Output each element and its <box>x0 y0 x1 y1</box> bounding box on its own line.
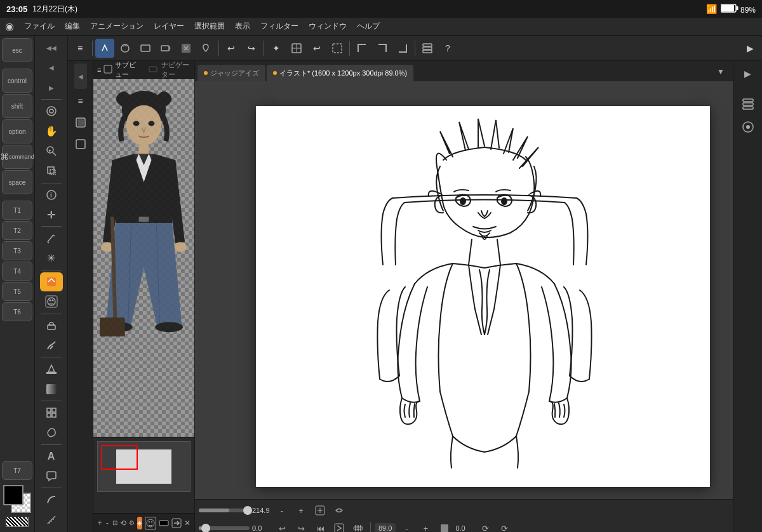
move-tool[interactable]: ✛ <box>40 205 63 224</box>
toolbar-corner-br[interactable] <box>393 39 412 58</box>
collapse-arrow-btn[interactable]: ◀ <box>40 58 63 77</box>
slider-1-track[interactable] <box>199 509 250 512</box>
menu-view[interactable]: 表示 <box>235 21 250 32</box>
sub-icon-menu[interactable]: ≡ <box>71 91 90 110</box>
face-brush-tool[interactable] <box>40 292 63 311</box>
menu-help[interactable]: ヘルプ <box>357 21 380 32</box>
key-t3[interactable]: T3 <box>2 241 32 260</box>
key-option[interactable]: option <box>2 119 32 143</box>
sub-zoom-in[interactable]: + <box>97 517 102 529</box>
key-control[interactable]: control <box>2 69 32 93</box>
nav-viewport-box[interactable] <box>101 445 138 470</box>
menu-file[interactable]: ファイル <box>24 21 55 32</box>
bottom-plus-1[interactable]: + <box>293 502 309 519</box>
menu-filter[interactable]: フィルター <box>260 21 298 32</box>
key-t5[interactable]: T5 <box>2 282 32 301</box>
toolbar-color-pick-btn[interactable] <box>197 39 216 58</box>
key-shift[interactable]: shift <box>2 94 32 118</box>
zoom-out-btn[interactable]: - <box>398 520 415 532</box>
right-expand-btn[interactable]: ▶ <box>738 63 758 84</box>
key-t4[interactable]: T4 <box>2 262 32 281</box>
toolbar-circle-btn[interactable] <box>116 39 135 58</box>
menu-edit[interactable]: 編集 <box>65 21 80 32</box>
rotate-canvas-btn[interactable]: ⟳ <box>477 520 493 532</box>
toolbar-menu-btn[interactable]: ≡ <box>70 39 90 58</box>
zoom-fit-btn[interactable] <box>436 520 453 532</box>
sub-remove-btn[interactable]: ✕ <box>184 517 190 529</box>
color-fg-swatch[interactable] <box>3 485 23 505</box>
info-tool[interactable]: i <box>40 185 63 204</box>
bottom-icon-1[interactable] <box>312 502 328 519</box>
key-t2[interactable]: T2 <box>2 221 32 240</box>
key-esc[interactable]: esc <box>2 38 32 62</box>
sub-icon-collapse[interactable] <box>71 135 90 154</box>
subview-menu-icon[interactable]: ≡ <box>97 66 101 74</box>
zoom-in-btn[interactable]: + <box>417 520 434 532</box>
tab-menu-btn[interactable]: ▼ <box>711 62 730 81</box>
sub-face-btn[interactable] <box>145 517 156 529</box>
ruler-tool[interactable] <box>40 510 63 529</box>
hand-tool[interactable]: ✋ <box>40 121 63 140</box>
bottom-icon-2[interactable] <box>331 502 347 519</box>
collapse-panels-btn[interactable]: ◀ <box>74 63 87 89</box>
drawing-canvas[interactable] <box>256 106 710 487</box>
speech-tool[interactable] <box>40 467 63 486</box>
tab-illust[interactable]: イラスト* (1600 x 1200px 300dpi 89.0%) <box>267 65 413 81</box>
sub-zoom-out[interactable]: - <box>105 517 110 529</box>
menu-animation[interactable]: アニメーション <box>90 21 144 32</box>
menu-select[interactable]: 選択範囲 <box>194 21 225 32</box>
text-tool[interactable]: A <box>40 446 63 465</box>
key-t7[interactable]: T7 <box>2 461 32 480</box>
menu-layer[interactable]: レイヤー <box>154 21 184 32</box>
brush-tool[interactable] <box>40 272 63 291</box>
menu-window[interactable]: ウィンドウ <box>309 21 347 32</box>
toolbar-undo-btn[interactable]: ↩ <box>222 39 241 58</box>
slider-1-thumb[interactable] <box>243 506 252 515</box>
key-command[interactable]: ⌘command <box>2 145 32 169</box>
key-space[interactable]: space <box>2 170 32 194</box>
toolbar-help-btn[interactable]: ? <box>438 39 457 58</box>
bottom-settings-icon[interactable] <box>350 520 366 532</box>
cursor-tool[interactable] <box>40 102 63 121</box>
sub-arrow-btn[interactable] <box>171 517 182 529</box>
grid-tool[interactable] <box>40 403 63 422</box>
sub-fit-btn[interactable]: ⊡ <box>112 517 117 529</box>
slider-2-thumb[interactable] <box>201 524 210 532</box>
pen-tool[interactable] <box>40 229 63 248</box>
toolbar-sparkle-btn[interactable]: ✦ <box>267 39 286 58</box>
slider-2-track[interactable] <box>199 526 250 530</box>
bottom-first-frame[interactable]: ⏮ <box>312 520 328 532</box>
toolbar-layers-btn[interactable] <box>418 39 437 58</box>
toolbar-transform-btn[interactable]: ↩ <box>307 39 326 58</box>
pattern-swatch[interactable] <box>6 517 29 527</box>
toolbar-fill-btn[interactable] <box>177 39 196 58</box>
transform-tool[interactable] <box>40 161 63 180</box>
bottom-minus-1[interactable]: - <box>274 502 290 519</box>
gradient-tool[interactable] <box>40 380 63 399</box>
toolbar-grid-view-btn[interactable] <box>287 39 306 58</box>
curve-tool[interactable] <box>40 490 63 509</box>
smudge-tool[interactable] <box>40 336 63 355</box>
toolbar-brush-btn[interactable] <box>95 39 114 58</box>
key-t6[interactable]: T6 <box>2 302 32 321</box>
canvas-content[interactable] <box>195 81 733 499</box>
toolbar-corner-tr[interactable] <box>373 39 392 58</box>
bottom-next-icon[interactable] <box>331 520 347 532</box>
sub-icon-image[interactable] <box>71 113 90 132</box>
layers-panel-btn[interactable] <box>738 94 758 114</box>
fill-tool[interactable] <box>40 359 63 378</box>
unknown-btn[interactable]: ▶ <box>40 78 63 97</box>
toolbar-redo-btn[interactable]: ↪ <box>242 39 261 58</box>
lasso-tool[interactable] <box>40 423 63 442</box>
star-tool[interactable]: ✳ <box>40 249 63 268</box>
toolbar-collapse-right-btn[interactable]: ▶ <box>740 39 759 58</box>
sub-active-tool[interactable]: ◈ <box>137 517 142 529</box>
toolbar-corner-tl[interactable] <box>352 39 371 58</box>
toolbar-select-btn[interactable] <box>328 39 347 58</box>
bottom-redo-btn[interactable]: ↪ <box>293 520 309 532</box>
properties-panel-btn[interactable] <box>738 117 758 137</box>
sub-settings-icon[interactable]: ⚙ <box>129 517 135 529</box>
collapse-left-btn[interactable]: ◀◀ <box>40 38 63 57</box>
zoom-tool[interactable]: ● <box>40 142 63 161</box>
toolbar-snap-btn[interactable] <box>156 39 175 58</box>
